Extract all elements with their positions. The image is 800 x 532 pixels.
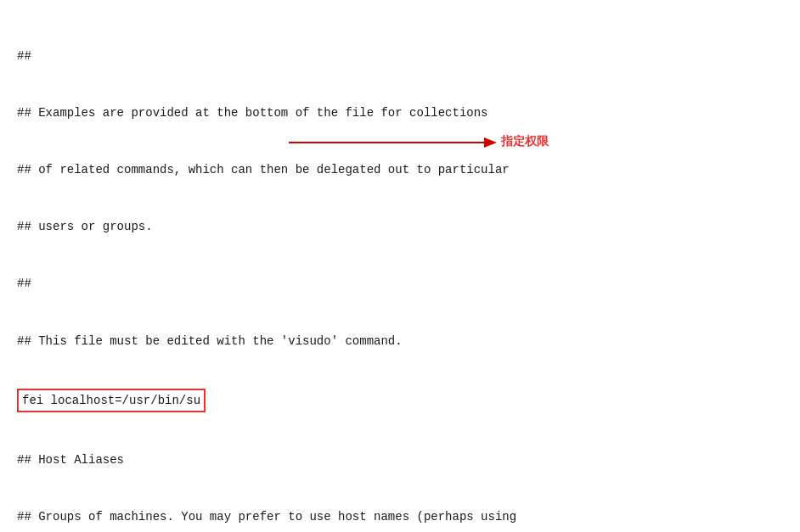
code-line-7: fei localhost=/usr/bin/su <box>17 389 783 412</box>
code-line-9: ## Groups of machines. You may prefer to… <box>17 507 783 526</box>
annotation-label: 指定权限 <box>501 134 549 149</box>
code-line-4: ## users or groups. <box>17 217 783 236</box>
main-container: ## ## Examples are provided at the botto… <box>0 0 800 532</box>
code-line-6: ## This file must be edited with the 'vi… <box>17 332 783 350</box>
code-line-5: ## <box>17 274 783 293</box>
code-block: ## ## Examples are provided at the botto… <box>17 8 783 532</box>
code-line-8: ## Host Aliases <box>17 451 783 469</box>
code-line-3: ## of related commands, which can then b… <box>17 160 783 179</box>
code-line-2: ## Examples are provided at the bottom o… <box>17 104 783 122</box>
highlight-command: fei localhost=/usr/bin/su <box>17 389 206 412</box>
code-line-1: ## <box>17 47 783 65</box>
